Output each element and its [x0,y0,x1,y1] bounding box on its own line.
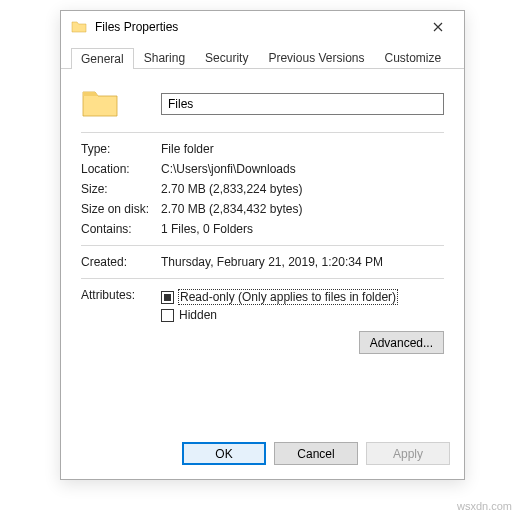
tab-sharing[interactable]: Sharing [134,47,195,68]
tab-customize[interactable]: Customize [374,47,451,68]
hidden-checkbox-row[interactable]: Hidden [161,306,444,324]
name-row [81,83,444,124]
watermark: wsxdn.com [457,500,512,512]
readonly-label: Read-only (Only applies to files in fold… [179,290,397,304]
advanced-button[interactable]: Advanced... [359,331,444,354]
tab-previous-versions[interactable]: Previous Versions [258,47,374,68]
divider [81,245,444,246]
dialog-button-bar: OK Cancel Apply [61,432,464,479]
close-icon [433,22,443,32]
type-label: Type: [81,142,161,156]
location-value: C:\Users\jonfi\Downloads [161,162,444,176]
titlebar: Files Properties [61,11,464,43]
created-row: Created: Thursday, February 21, 2019, 1:… [81,252,444,272]
tab-security[interactable]: Security [195,47,258,68]
sizeondisk-label: Size on disk: [81,202,161,216]
tab-body-general: Type: File folder Location: C:\Users\jon… [61,69,464,432]
contains-label: Contains: [81,222,161,236]
properties-dialog: Files Properties General Sharing Securit… [60,10,465,480]
tab-strip: General Sharing Security Previous Versio… [61,43,464,69]
apply-button[interactable]: Apply [366,442,450,465]
attributes-row: Attributes: Read-only (Only applies to f… [81,285,444,327]
folder-icon [71,19,87,35]
name-input[interactable] [161,93,444,115]
created-label: Created: [81,255,161,269]
hidden-label: Hidden [179,308,217,322]
contains-row: Contains: 1 Files, 0 Folders [81,219,444,239]
attributes-label: Attributes: [81,288,161,302]
attributes-value: Read-only (Only applies to files in fold… [161,288,444,324]
type-row: Type: File folder [81,139,444,159]
sizeondisk-row: Size on disk: 2.70 MB (2,834,432 bytes) [81,199,444,219]
location-row: Location: C:\Users\jonfi\Downloads [81,159,444,179]
sizeondisk-value: 2.70 MB (2,834,432 bytes) [161,202,444,216]
ok-button[interactable]: OK [182,442,266,465]
contains-value: 1 Files, 0 Folders [161,222,444,236]
size-row: Size: 2.70 MB (2,833,224 bytes) [81,179,444,199]
cancel-button[interactable]: Cancel [274,442,358,465]
folder-large-icon [81,86,161,121]
location-label: Location: [81,162,161,176]
window-title: Files Properties [95,20,418,34]
divider [81,132,444,133]
readonly-checkbox-row[interactable]: Read-only (Only applies to files in fold… [161,288,444,306]
tab-general[interactable]: General [71,48,134,69]
size-label: Size: [81,182,161,196]
divider [81,278,444,279]
readonly-checkbox[interactable] [161,291,174,304]
hidden-checkbox[interactable] [161,309,174,322]
close-button[interactable] [418,13,458,41]
created-value: Thursday, February 21, 2019, 1:20:34 PM [161,255,444,269]
size-value: 2.70 MB (2,833,224 bytes) [161,182,444,196]
type-value: File folder [161,142,444,156]
